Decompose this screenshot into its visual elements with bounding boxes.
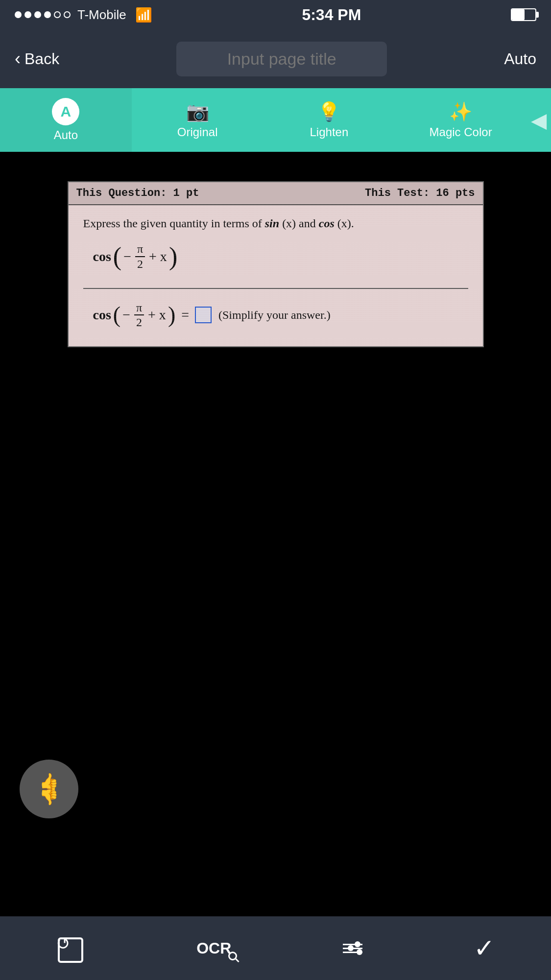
question-header: This Question: 1 pt — [76, 187, 276, 199]
filter-bar: A Auto 📷 Original 💡 Lighten ✨ Magic Colo… — [0, 88, 551, 152]
bottom-toolbar: ↺ OCR ✓ — [0, 916, 551, 980]
magic-color-tab-label: Magic Color — [430, 125, 492, 139]
filter-tab-auto[interactable]: A Auto — [0, 88, 132, 152]
battery-icon — [511, 8, 536, 21]
right-paren-2: ) — [168, 304, 175, 326]
equals-sign: = — [181, 307, 189, 323]
signal-dots — [15, 11, 71, 18]
question-text: Express the given quantity in terms of s… — [83, 217, 468, 230]
feedback-button[interactable]: 👍 👎 — [20, 760, 78, 818]
dot-5 — [54, 11, 61, 18]
back-chevron-icon: ‹ — [15, 48, 21, 69]
search-circle-icon — [228, 952, 237, 960]
left-paren-2: ( — [113, 304, 120, 326]
ocr-icon-wrapper: OCR — [196, 939, 231, 957]
adj-line-3 — [343, 952, 362, 953]
pi-over-2-2: π 2 — [134, 301, 144, 330]
thumbs-down-icon: 👎 — [39, 789, 59, 805]
auto-icon: A — [52, 98, 79, 125]
wifi-icon: 📶 — [135, 7, 152, 23]
left-paren-1: ( — [113, 244, 121, 269]
done-button[interactable]: ✓ — [474, 933, 495, 963]
document-area: This Question: 1 pt This Test: 16 pts Ex… — [0, 152, 551, 916]
minus-sign-2: − — [122, 307, 130, 323]
chevron-right-icon: ◀ — [531, 108, 547, 132]
dot-6 — [64, 11, 71, 18]
math-display-section: cos ( − π 2 + x ) — [83, 242, 468, 289]
minus-sign-1: − — [123, 249, 131, 264]
dot-3 — [34, 11, 41, 18]
rotate-button[interactable]: ↺ — [56, 933, 85, 963]
adj-dot-2 — [348, 945, 354, 951]
lighten-tab-label: Lighten — [310, 125, 349, 139]
auto-tab-label: Auto — [54, 128, 78, 142]
lighten-icon: 💡 — [317, 101, 340, 122]
carrier-label: T-Mobile — [77, 7, 126, 23]
adj-dot-1 — [355, 941, 360, 947]
adj-dot-3 — [357, 949, 362, 955]
doc-body: Express the given quantity in terms of s… — [69, 205, 483, 346]
battery-fill — [512, 9, 525, 20]
rotate-icon-wrapper: ↺ — [56, 933, 85, 963]
cos-label-1: cos — [93, 249, 111, 264]
auto-icon-letter: A — [61, 103, 72, 120]
original-tab-label: Original — [177, 125, 218, 139]
plus-x-1: + x — [149, 249, 167, 264]
cos-label-2: cos — [93, 307, 111, 323]
answer-box[interactable] — [195, 307, 212, 323]
right-paren-1: ) — [169, 244, 177, 269]
pi-over-2-1: π 2 — [135, 242, 145, 271]
main-area: This Question: 1 pt This Test: 16 pts Ex… — [0, 152, 551, 980]
auto-mode-label: Auto — [504, 50, 536, 68]
rotate-arrow-icon: ↺ — [56, 933, 71, 954]
plus-x-2: + x — [148, 307, 166, 323]
doc-header: This Question: 1 pt This Test: 16 pts — [69, 182, 483, 205]
status-bar: T-Mobile 📶 5:34 PM — [0, 0, 551, 29]
page-title-input[interactable] — [176, 42, 387, 76]
simplify-label: (Simplify your answer.) — [218, 309, 331, 322]
adjust-icon-wrapper — [343, 944, 362, 953]
adj-line-1 — [343, 944, 362, 945]
original-icon: 📷 — [186, 101, 209, 122]
answer-expr: cos ( − π 2 + x ) = (Simplify your answe… — [93, 301, 468, 330]
test-header: This Test: 16 pts — [276, 187, 475, 199]
ocr-text-icon: OCR — [196, 939, 231, 957]
document-container: This Question: 1 pt This Test: 16 pts Ex… — [68, 181, 484, 347]
dot-1 — [15, 11, 22, 18]
back-label: Back — [24, 50, 59, 68]
filter-tab-magic-color[interactable]: ✨ Magic Color — [395, 88, 527, 152]
adjust-button[interactable] — [343, 944, 362, 953]
magic-color-icon: ✨ — [449, 101, 472, 122]
thumbs-icons: 👍 👎 — [39, 773, 59, 805]
checkmark-icon: ✓ — [474, 933, 495, 963]
filter-tab-original[interactable]: 📷 Original — [132, 88, 264, 152]
nav-bar: ‹ Back Auto — [0, 29, 551, 88]
filter-tab-lighten[interactable]: 💡 Lighten — [264, 88, 395, 152]
math-display-expr: cos ( − π 2 + x ) — [93, 242, 468, 271]
filter-scroll-arrow[interactable]: ◀ — [527, 88, 551, 152]
dot-2 — [24, 11, 31, 18]
status-left: T-Mobile 📶 — [15, 7, 152, 23]
battery — [511, 8, 536, 21]
status-time: 5:34 PM — [302, 6, 361, 24]
dot-4 — [44, 11, 51, 18]
thumbs-up-icon: 👍 — [39, 773, 59, 789]
back-button[interactable]: ‹ Back — [15, 48, 59, 69]
ocr-button[interactable]: OCR — [196, 939, 231, 957]
